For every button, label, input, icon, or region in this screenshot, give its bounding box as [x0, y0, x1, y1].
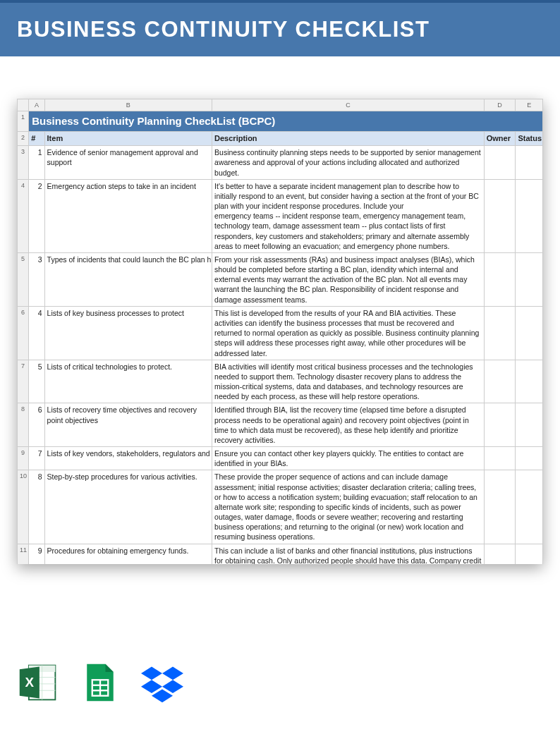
- svg-text:X: X: [25, 675, 35, 690]
- dropbox-icon[interactable]: [141, 661, 183, 707]
- sheet-title: Business Continuity Planning CheckList (…: [29, 111, 543, 132]
- cell-item: Types of incidents that could launch the…: [44, 252, 212, 306]
- cell-num: 2: [29, 179, 44, 252]
- cell-num: 9: [29, 544, 44, 564]
- table-row: 4 2 Emergency action steps to take in an…: [18, 179, 543, 252]
- cell-desc: Identified through BIA, list the recover…: [212, 403, 485, 447]
- cell-num: 3: [29, 252, 44, 306]
- table-row: 10 8 Step-by-step procedures for various…: [18, 470, 543, 544]
- row-number: 7: [18, 360, 29, 403]
- cell-item: Lists of key vendors, stakeholders, regu…: [44, 447, 212, 470]
- row-number: 10: [18, 470, 29, 544]
- cell-owner: [484, 252, 516, 306]
- cell-status: [516, 252, 543, 306]
- cell-item: Procedures for obtaining emergency funds…: [44, 544, 212, 564]
- cell-desc: This list is developed from the results …: [212, 306, 485, 360]
- cell-item: Lists of critical technologies to protec…: [44, 360, 212, 403]
- cell-num: 5: [29, 360, 44, 403]
- title-row: 1 Business Continuity Planning CheckList…: [18, 111, 543, 132]
- cell-item: Step-by-step procedures for various acti…: [44, 470, 212, 544]
- header-owner: Owner: [484, 132, 516, 146]
- row-number: 6: [18, 306, 29, 360]
- cell-owner: [484, 470, 516, 544]
- svg-marker-13: [141, 667, 162, 680]
- cell-desc: From your risk assessments (RAs) and bus…: [212, 252, 485, 306]
- cell-status: [516, 470, 543, 544]
- col-letter: D: [484, 99, 516, 111]
- col-letter: E: [516, 99, 543, 111]
- table-row: 9 7 Lists of key vendors, stakeholders, …: [18, 447, 543, 470]
- header-item: Item: [44, 132, 212, 146]
- excel-icon[interactable]: X: [17, 661, 59, 707]
- cell-owner: [484, 360, 516, 403]
- row-number: 9: [18, 447, 29, 470]
- cell-desc: These provide the proper sequence of act…: [212, 470, 485, 544]
- header-num: #: [29, 132, 44, 146]
- cell-item: Lists of key business processes to prote…: [44, 306, 212, 360]
- cell-status: [516, 306, 543, 360]
- cell-desc: BIA activities will identify most critic…: [212, 360, 485, 403]
- cell-owner: [484, 447, 516, 470]
- col-letter: C: [212, 99, 485, 111]
- svg-marker-14: [162, 667, 183, 680]
- table-row: 11 9 Procedures for obtaining emergency …: [18, 544, 543, 564]
- cell-status: [516, 360, 543, 403]
- spreadsheet-table: A B C D E 1 Business Continuity Planning…: [17, 99, 543, 564]
- table-row: 8 6 Lists of recovery time objectives an…: [18, 403, 543, 447]
- row-number: 4: [18, 179, 29, 252]
- row-number: 5: [18, 252, 29, 306]
- page-banner: BUSINESS CONTINUITY CHECKLIST: [0, 0, 560, 56]
- cell-status: [516, 146, 543, 180]
- cell-owner: [484, 403, 516, 447]
- cell-owner: [484, 179, 516, 252]
- cell-desc: Business continuity planning steps needs…: [212, 146, 485, 180]
- cell-status: [516, 447, 543, 470]
- cell-status: [516, 403, 543, 447]
- cell-status: [516, 544, 543, 564]
- page-title: BUSINESS CONTINUITY CHECKLIST: [17, 17, 543, 42]
- header-desc: Description: [212, 132, 485, 146]
- cell-item: Lists of recovery time objectives and re…: [44, 403, 212, 447]
- table-row: 6 4 Lists of key business processes to p…: [18, 306, 543, 360]
- cell-num: 7: [29, 447, 44, 470]
- cell-desc: This can include a list of banks and oth…: [212, 544, 485, 564]
- header-status: Status: [516, 132, 543, 146]
- cell-item: Evidence of senior management approval a…: [44, 146, 212, 180]
- table-row: 7 5 Lists of critical technologies to pr…: [18, 360, 543, 403]
- cell-num: 4: [29, 306, 44, 360]
- spreadsheet-preview: A B C D E 1 Business Continuity Planning…: [17, 99, 543, 564]
- row-number: 11: [18, 544, 29, 564]
- column-letters-row: A B C D E: [18, 99, 543, 111]
- google-sheets-icon[interactable]: [79, 661, 121, 707]
- cell-num: 8: [29, 470, 44, 544]
- col-letter: B: [44, 99, 212, 111]
- cell-desc: Ensure you can contact other key players…: [212, 447, 485, 470]
- corner-cell: [18, 99, 29, 111]
- cell-owner: [484, 544, 516, 564]
- cell-owner: [484, 146, 516, 180]
- cell-desc: It's better to have a separate incident …: [212, 179, 485, 252]
- table-row: 3 1 Evidence of senior management approv…: [18, 146, 543, 180]
- row-number: 2: [18, 132, 29, 146]
- row-number: 1: [18, 111, 29, 132]
- table-row: 5 3 Types of incidents that could launch…: [18, 252, 543, 306]
- svg-marker-8: [106, 664, 114, 672]
- cell-num: 1: [29, 146, 44, 180]
- header-row: 2 # Item Description Owner Status: [18, 132, 543, 146]
- row-number: 3: [18, 146, 29, 180]
- row-number: 8: [18, 403, 29, 447]
- cell-owner: [484, 306, 516, 360]
- file-format-icons: X: [17, 661, 183, 707]
- cell-status: [516, 179, 543, 252]
- cell-num: 6: [29, 403, 44, 447]
- cell-item: Emergency action steps to take in an inc…: [44, 179, 212, 252]
- col-letter: A: [29, 99, 44, 111]
